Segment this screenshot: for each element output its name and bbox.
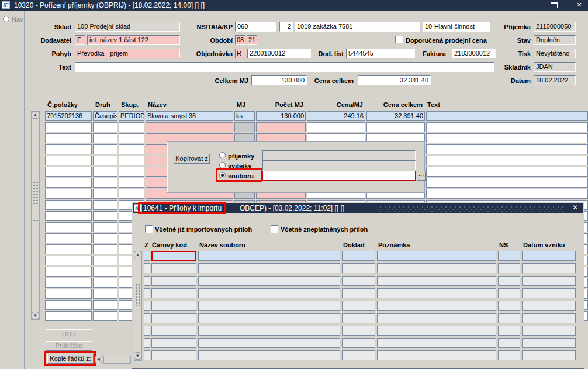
radio-prijemky[interactable] [219,152,226,158]
attachment-cell[interactable] [498,276,520,286]
item-cell[interactable]: 32 391.40 [366,111,425,121]
skladnik-field[interactable]: JDAN [534,62,576,72]
attachment-cell[interactable] [498,350,520,360]
attachment-cell[interactable] [498,263,520,273]
attachment-cell[interactable] [498,313,520,323]
item-cell[interactable] [119,133,144,143]
attachment-cell[interactable] [522,350,576,360]
item-cell[interactable]: 249.16 [307,111,365,121]
attachment-cell[interactable] [522,263,576,273]
dodlist-field[interactable]: 5444545 [346,49,415,58]
item-cell[interactable] [45,122,92,132]
attachment-cell[interactable] [342,326,375,336]
attachment-cell[interactable] [198,251,340,261]
attachment-cell[interactable] [144,326,150,336]
obdobi-field-2[interactable]: 21 [247,35,257,45]
attachment-cell[interactable] [377,338,496,348]
item-cell[interactable] [45,267,92,277]
attachment-cell[interactable] [342,313,375,323]
item-cell[interactable] [426,189,588,199]
attachment-cell[interactable] [498,326,520,336]
item-cell[interactable] [256,122,306,132]
att-scroll-up-icon[interactable]: ▲ [134,251,141,258]
item-cell[interactable]: Slovo a smysl 36 [146,111,233,121]
obdobi-field-1[interactable]: 08 [235,35,245,45]
doporucena-checkbox[interactable] [395,36,403,43]
item-cell[interactable] [426,167,588,177]
item-cell[interactable] [93,256,117,265]
item-cell[interactable] [93,211,117,221]
attachment-cell[interactable] [498,338,520,348]
attachment-cell[interactable] [144,251,150,261]
attachment-cell[interactable] [522,338,576,348]
attachment-cell[interactable] [198,350,340,360]
item-cell[interactable] [119,178,144,188]
item-cell[interactable] [119,167,144,177]
attachment-cell[interactable] [342,288,375,298]
item-cell[interactable] [234,122,255,132]
attachment-cell[interactable] [198,313,340,323]
item-cell[interactable] [45,311,92,321]
attachment-cell[interactable] [498,251,520,261]
attachment-cell[interactable] [198,301,340,311]
item-cell[interactable] [93,222,117,232]
attachment-cell[interactable] [522,301,576,311]
item-cell[interactable] [45,178,92,188]
item-cell[interactable] [45,300,92,310]
pohyb-field[interactable]: Převodka - příjem [75,49,180,58]
ns-field-3[interactable]: 1019 zakázka 7581 [295,22,420,32]
prubezka-button[interactable]: Průběžka [46,341,92,351]
attachment-cell[interactable] [522,313,576,323]
prijemky-field[interactable] [262,150,416,160]
item-cell[interactable] [119,144,144,154]
item-cell[interactable] [45,167,92,177]
objednavka-field[interactable]: 2200100012 [247,49,311,58]
item-cell[interactable] [93,233,117,243]
item-cell[interactable] [45,156,92,165]
nav-label[interactable]: Nav [12,16,23,23]
item-cell[interactable] [119,156,144,165]
item-cell[interactable] [93,122,117,132]
attachment-cell[interactable] [377,276,496,286]
radio-vydejky[interactable] [219,162,226,168]
item-cell[interactable] [93,278,117,288]
attachment-cell[interactable] [198,263,340,273]
att-scrollbar-thumb[interactable] [135,284,140,307]
item-cell[interactable] [119,122,144,132]
attachment-cell[interactable] [144,338,150,348]
attachment-cell[interactable] [198,338,340,348]
attachment-cell[interactable] [342,338,375,348]
item-cell[interactable] [93,167,117,177]
item-cell[interactable]: ks [234,111,255,121]
item-cell[interactable]: PERIODIKA [119,111,144,121]
browse-button[interactable]: ... [417,171,426,181]
attachment-cell[interactable] [342,276,375,286]
nav-radio-icon[interactable] [3,16,9,22]
celkem-mj-field[interactable]: 130.000 [251,75,307,85]
item-cell[interactable] [426,156,588,165]
imported-checkbox[interactable] [145,225,153,233]
hscrollbar[interactable] [103,356,131,364]
item-cell[interactable] [45,256,92,265]
attachment-cell[interactable] [377,301,496,311]
item-cell[interactable] [93,311,117,321]
item-cell[interactable] [119,189,144,199]
sklad-field[interactable]: 100 Prodejní sklad [75,22,180,32]
attachment-cell[interactable] [377,251,496,261]
item-cell[interactable] [45,289,92,299]
invalid-checkbox-label[interactable]: Včetně zneplatněných příloh [281,225,397,233]
item-cell[interactable] [307,122,365,132]
main-title-bar[interactable]: iF 10320 - Pořízení příjemky (OBPRIJ) - … [0,0,588,11]
attachment-cell[interactable] [377,288,496,298]
attachment-cell[interactable] [151,276,196,286]
attachment-cell[interactable] [522,276,576,286]
scroll-down-icon[interactable]: ▼ [32,312,39,319]
attachment-cell[interactable] [522,326,576,336]
item-cell[interactable] [93,144,117,154]
attachments-close-icon[interactable]: ✕ [571,204,579,212]
prijemka-field[interactable]: 2110000050 [534,22,576,32]
attachment-cell[interactable] [144,276,150,286]
attachment-cell[interactable] [377,263,496,273]
item-cell[interactable] [45,211,92,221]
item-cell[interactable] [93,267,117,277]
